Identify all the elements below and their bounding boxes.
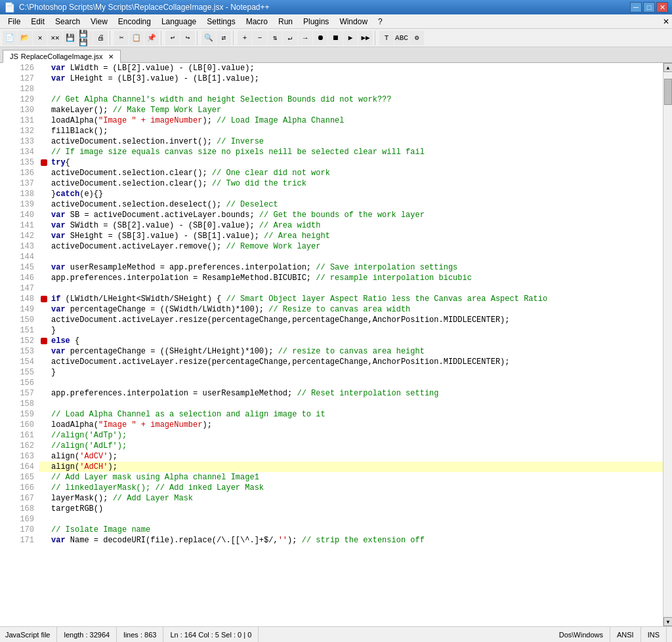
find-replace-button[interactable]: ⇄: [217, 31, 231, 45]
table-row: 155 }: [0, 367, 672, 378]
indent-button[interactable]: →: [298, 31, 312, 45]
table-row: 168 targetRGB(): [0, 504, 672, 514]
line-number: 164: [0, 462, 39, 472]
tab-replace-collage[interactable]: JS ReplaceCollageImage.jsx ✕: [3, 50, 121, 63]
menu-run[interactable]: Run: [273, 14, 298, 28]
table-row: 136 activeDocument.selection.clear(); //…: [0, 168, 672, 178]
line-number: 143: [0, 241, 39, 252]
table-row: 150 activeDocument.activeLayer.resize(pe…: [0, 315, 672, 325]
code-text: var Name = decodeURI(file).replace(/\.[[…: [49, 535, 672, 546]
scroll-track[interactable]: [663, 72, 672, 617]
table-row: 144: [0, 252, 672, 262]
line-number: 160: [0, 420, 39, 430]
scroll-thumb[interactable]: [664, 79, 672, 105]
undo-button[interactable]: ↩: [165, 31, 180, 45]
table-row: 162 //align('AdLf');: [0, 441, 672, 451]
cut-button[interactable]: ✂: [114, 31, 129, 45]
save-button[interactable]: 💾: [63, 31, 77, 45]
macro-record-button[interactable]: ⏺: [313, 31, 327, 45]
menu-bar: File Edit Search View Encoding Language …: [0, 14, 672, 29]
paste-button[interactable]: 📌: [144, 31, 159, 45]
line-number: 166: [0, 483, 39, 493]
table-row: 131 loadAlpha("Image " + imageNumber); /…: [0, 115, 672, 126]
sync-scroll-button[interactable]: ⇅: [268, 31, 282, 45]
table-row: 143 activeDocument.activeLayer.remove();…: [0, 241, 672, 252]
close-button[interactable]: ✕: [656, 2, 668, 12]
print-button[interactable]: 🖨: [93, 31, 108, 45]
line-number: 171: [0, 535, 39, 546]
code-text: // Load Alpha Channel as a selection and…: [49, 409, 672, 420]
tab-icon: JS: [10, 52, 18, 60]
bookmark-marker: [39, 199, 49, 210]
menu-view[interactable]: View: [85, 14, 113, 28]
close-all-button[interactable]: ✕✕: [48, 31, 62, 45]
table-row: 166 // linkedlayerMask(); // Add inked L…: [0, 483, 672, 493]
minimize-button[interactable]: ─: [630, 2, 642, 12]
code-editor[interactable]: 126 var LWidth = (LB[2].value) - (LB[0].…: [0, 63, 672, 626]
line-number: 127: [0, 73, 39, 84]
code-text: // linkedlayerMask(); // Add inked Layer…: [49, 483, 672, 493]
bookmark-marker: [39, 336, 49, 346]
table-row: 140 var SB = activeDocument.activeLayer.…: [0, 210, 672, 220]
menu-settings[interactable]: Settings: [201, 14, 240, 28]
status-encoding: ANSI: [610, 627, 641, 642]
menu-window[interactable]: Window: [334, 14, 373, 28]
line-number: 136: [0, 168, 39, 178]
table-row: 145 var userResampleMethod = app.prefere…: [0, 262, 672, 273]
status-bar: JavaScript file length : 32964 lines : 8…: [0, 626, 672, 642]
menu-language[interactable]: Language: [156, 14, 201, 28]
macro-run-button[interactable]: ▶▶: [358, 31, 373, 45]
open-button[interactable]: 📂: [18, 31, 32, 45]
save-all-button[interactable]: 💾💾: [78, 31, 93, 45]
bookmark-marker: [39, 451, 49, 462]
scroll-up-button[interactable]: ▲: [663, 63, 672, 72]
scroll-down-button[interactable]: ▼: [663, 617, 672, 626]
table-row: 153 var percentageChange = ((SHeight/LHe…: [0, 346, 672, 357]
bookmark-marker: [39, 367, 49, 378]
find-button[interactable]: 🔍: [201, 31, 216, 45]
new-button[interactable]: 📄: [3, 31, 17, 45]
text-options-button[interactable]: T: [379, 31, 394, 45]
line-number: 167: [0, 493, 39, 504]
bookmark-marker: [39, 483, 49, 493]
macro-play-button[interactable]: ▶: [343, 31, 358, 45]
copy-button[interactable]: 📋: [129, 31, 144, 45]
macro-stop-button[interactable]: ⏹: [328, 31, 343, 45]
menu-edit[interactable]: Edit: [26, 14, 50, 28]
redo-button[interactable]: ↪: [180, 31, 195, 45]
line-number: 128: [0, 84, 39, 94]
code-text: app.preferences.interpolation = userResa…: [49, 388, 672, 399]
menu-plugins[interactable]: Plugins: [298, 14, 334, 28]
code-text: activeDocument.activeLayer.remove(); // …: [49, 241, 672, 252]
menu-encoding[interactable]: Encoding: [113, 14, 156, 28]
code-text: loadAlpha("Image " + imageNumber); // Lo…: [49, 115, 672, 126]
bookmark-marker: [39, 325, 49, 336]
table-row: 171 var Name = decodeURI(file).replace(/…: [0, 535, 672, 546]
code-text: // If image size equals canvas size no p…: [49, 147, 672, 157]
settings2-button[interactable]: ⚙: [410, 31, 424, 45]
code-text: }: [49, 367, 672, 378]
tab-close-icon[interactable]: ✕: [108, 53, 114, 60]
bookmark-marker: [39, 210, 49, 220]
code-text: var LHeight = (LB[3].value) - (LB[1].val…: [49, 73, 672, 84]
zoom-in-button[interactable]: +: [238, 31, 252, 45]
close-doc-button[interactable]: ✕: [33, 31, 47, 45]
line-number: 129: [0, 94, 39, 105]
bookmark-marker: [39, 472, 49, 483]
spellcheck-button[interactable]: ABC: [394, 31, 409, 45]
code-text: //align('AdTp');: [49, 430, 672, 441]
menu-macro[interactable]: Macro: [241, 14, 273, 28]
code-text: var percentageChange = ((SWidth/LWidth)*…: [49, 304, 672, 315]
table-row: 158: [0, 399, 672, 409]
vertical-scrollbar[interactable]: ▲ ▼: [663, 63, 672, 626]
menu-close-icon[interactable]: ✕: [663, 17, 669, 26]
menu-file[interactable]: File: [3, 14, 26, 28]
maximize-button[interactable]: □: [643, 2, 655, 12]
menu-help[interactable]: ?: [373, 14, 388, 28]
zoom-out-button[interactable]: −: [253, 31, 267, 45]
table-row: 149 var percentageChange = ((SWidth/LWid…: [0, 304, 672, 315]
menu-search[interactable]: Search: [50, 14, 85, 28]
word-wrap-button[interactable]: ↵: [283, 31, 297, 45]
code-text: if (LWidth/LHeight<SWidth/SHeight) { // …: [49, 294, 672, 304]
code-text: var SWidth = (SB[2].value) - (SB[0].valu…: [49, 220, 672, 231]
